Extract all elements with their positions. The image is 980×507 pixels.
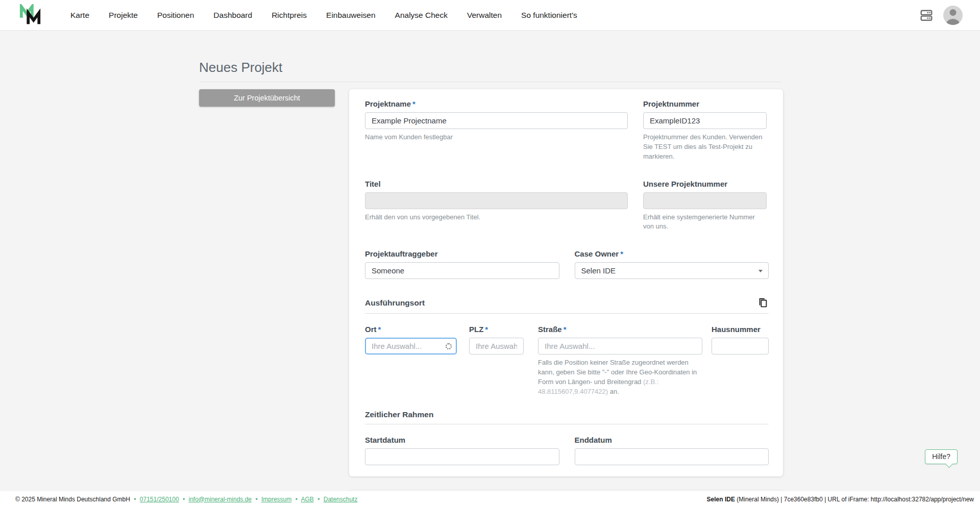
titel-input bbox=[365, 192, 628, 209]
main-nav: Karte Projekte Positionen Dashboard Rich… bbox=[70, 11, 920, 20]
nav-item-dashboard[interactable]: Dashboard bbox=[213, 11, 252, 20]
zeitlicher-rahmen-section-title: Zeitlicher Rahmen bbox=[365, 410, 433, 419]
projektnummer-input[interactable] bbox=[643, 112, 767, 129]
main-content: Neues Projekt Zur Projektübersicht Proje… bbox=[0, 31, 980, 491]
startdatum-input[interactable] bbox=[365, 448, 559, 465]
case-owner-selected-value: Selen IDE bbox=[581, 266, 616, 275]
strasse-label: Straße* bbox=[538, 325, 702, 334]
nav-item-analyse-check[interactable]: Analyse Check bbox=[395, 11, 448, 20]
mineral-minds-logo-icon[interactable] bbox=[19, 4, 42, 27]
back-to-project-overview-button[interactable]: Zur Projektübersicht bbox=[199, 89, 335, 107]
titel-helper: Erhält den von uns vorgegebenen Titel. bbox=[365, 213, 628, 222]
page-footer: © 2025 Mineral Minds Deutschland GmbH • … bbox=[0, 491, 980, 507]
left-action-column: Zur Projektübersicht bbox=[199, 89, 335, 107]
unsere-projektnummer-field: Unsere Projektnummer Erhält eine systemg… bbox=[643, 180, 767, 232]
strasse-helper: Falls die Position keiner Straße zugeord… bbox=[538, 358, 702, 396]
projektauftraggeber-input[interactable] bbox=[365, 262, 559, 279]
footer-link-phone[interactable]: 07151/250100 bbox=[140, 496, 179, 503]
projektnummer-helper: Projektnummer des Kunden. Verwenden Sie … bbox=[643, 133, 767, 162]
section-divider bbox=[365, 313, 769, 314]
copy-icon[interactable] bbox=[757, 297, 769, 309]
ausfuehrungsort-section-title: Ausführungsort bbox=[365, 298, 425, 308]
hausnummer-label: Hausnummer bbox=[712, 325, 769, 334]
nav-item-einbauweisen[interactable]: Einbauweisen bbox=[326, 11, 376, 20]
nav-item-verwalten[interactable]: Verwalten bbox=[467, 11, 502, 20]
projektname-field: Projektname* Name vom Kunden festlegbar bbox=[365, 99, 628, 142]
required-asterisk: * bbox=[412, 99, 415, 108]
startdatum-label: Startdatum bbox=[365, 436, 559, 444]
plz-input[interactable] bbox=[469, 338, 524, 354]
server-status-icon[interactable] bbox=[920, 9, 933, 22]
projektname-input[interactable] bbox=[365, 112, 628, 129]
case-owner-label: Case Owner* bbox=[575, 249, 769, 258]
projektname-helper: Name vom Kunden festlegbar bbox=[365, 133, 628, 142]
ort-input[interactable] bbox=[365, 338, 457, 354]
enddatum-field: Enddatum bbox=[575, 436, 769, 465]
chevron-down-icon bbox=[758, 270, 763, 272]
navbar-right bbox=[920, 6, 963, 25]
unsere-projektnummer-label: Unsere Projektnummer bbox=[643, 180, 767, 188]
nav-item-projekte[interactable]: Projekte bbox=[109, 11, 138, 20]
projektnummer-field: Projektnummer Projektnummer des Kunden. … bbox=[643, 99, 767, 162]
required-asterisk: * bbox=[620, 249, 623, 258]
loading-spinner-icon bbox=[446, 343, 452, 349]
hausnummer-field: Hausnummer bbox=[712, 325, 769, 354]
strasse-field: Straße* Falls die Position keiner Straße… bbox=[538, 325, 702, 396]
footer-link-agb[interactable]: AGB bbox=[301, 496, 314, 503]
nav-item-richtpreis[interactable]: Richtpreis bbox=[272, 11, 307, 20]
required-asterisk: * bbox=[485, 325, 488, 334]
startdatum-field: Startdatum bbox=[365, 436, 559, 465]
section-divider bbox=[365, 424, 769, 424]
ort-label: Ort* bbox=[365, 325, 457, 334]
copyright-text: © 2025 Mineral Minds Deutschland GmbH bbox=[15, 496, 130, 503]
footer-left: © 2025 Mineral Minds Deutschland GmbH • … bbox=[15, 496, 357, 503]
case-owner-field: Case Owner* Selen IDE bbox=[575, 249, 769, 279]
user-avatar-icon[interactable] bbox=[943, 6, 963, 25]
page-title: Neues Projekt bbox=[199, 60, 781, 82]
help-button[interactable]: Hilfe? bbox=[925, 449, 958, 464]
plz-label: PLZ* bbox=[469, 325, 524, 334]
nav-item-karte[interactable]: Karte bbox=[70, 11, 89, 20]
nav-item-positionen[interactable]: Positionen bbox=[157, 11, 194, 20]
required-asterisk: * bbox=[564, 325, 567, 334]
session-user: Selen IDE bbox=[707, 496, 735, 503]
enddatum-input[interactable] bbox=[575, 448, 769, 465]
project-form-card: Projektname* Name vom Kunden festlegbar … bbox=[349, 89, 783, 476]
unsere-projektnummer-helper: Erhält eine systemgenerierte Nummer von … bbox=[643, 213, 767, 232]
plz-field: PLZ* bbox=[469, 325, 524, 354]
nav-item-so-funktionierts[interactable]: So funktioniert's bbox=[521, 11, 577, 20]
enddatum-label: Enddatum bbox=[575, 436, 769, 444]
ort-field: Ort* bbox=[365, 325, 457, 354]
footer-link-impressum[interactable]: Impressum bbox=[261, 496, 291, 503]
required-asterisk: * bbox=[378, 325, 381, 334]
footer-link-datenschutz[interactable]: Datenschutz bbox=[324, 496, 358, 503]
projektname-label: Projektname* bbox=[365, 99, 628, 108]
titel-field: Titel Erhält den von uns vorgegebenen Ti… bbox=[365, 180, 628, 222]
hausnummer-input[interactable] bbox=[712, 338, 769, 354]
session-details: (Mineral Minds) | 7ce360e83fb0 | URL of … bbox=[735, 496, 974, 503]
top-navbar: Karte Projekte Positionen Dashboard Rich… bbox=[0, 0, 980, 31]
projektauftraggeber-field: Projektauftraggeber bbox=[365, 249, 559, 279]
case-owner-select[interactable]: Selen IDE bbox=[575, 262, 769, 279]
unsere-projektnummer-input bbox=[643, 192, 767, 209]
projektnummer-label: Projektnummer bbox=[643, 99, 767, 108]
titel-label: Titel bbox=[365, 180, 628, 188]
projektauftraggeber-label: Projektauftraggeber bbox=[365, 249, 559, 258]
footer-link-email[interactable]: info@mineral-minds.de bbox=[188, 496, 252, 503]
footer-session-info: Selen IDE (Mineral Minds) | 7ce360e83fb0… bbox=[707, 496, 974, 503]
strasse-input[interactable] bbox=[538, 338, 702, 354]
